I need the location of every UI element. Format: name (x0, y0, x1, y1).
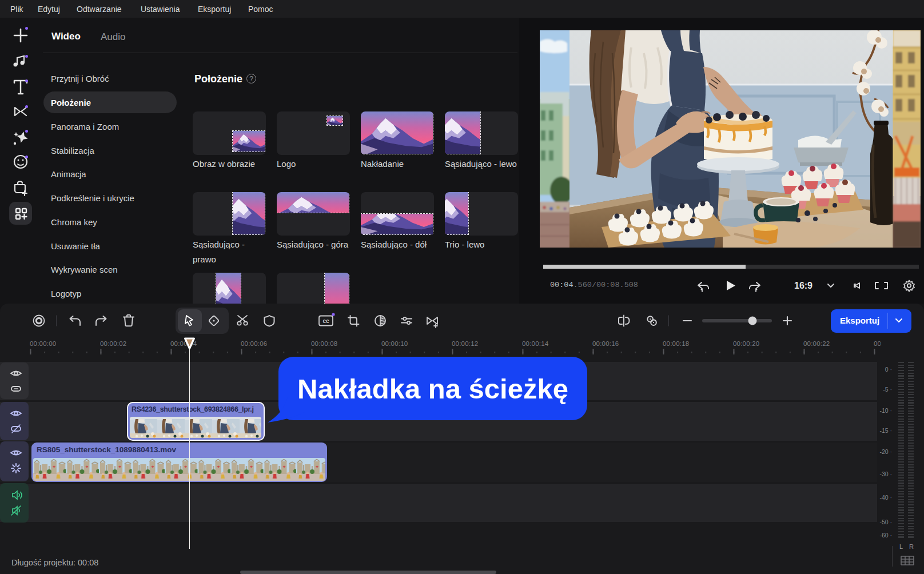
svg-text:16:9: 16:9 (794, 281, 813, 290)
svg-text:cc: cc (322, 318, 329, 324)
